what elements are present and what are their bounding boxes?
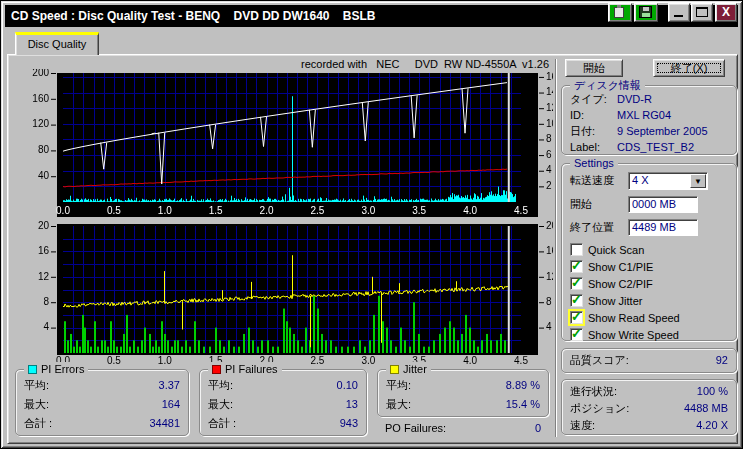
window-title: CD Speed : Disc Quality Test - BENQ DVD … — [11, 5, 376, 27]
disc-type-value: DVD-R — [617, 91, 652, 108]
checkbox-show-c2-pif[interactable]: ✓ Show C2/PIF — [570, 276, 653, 291]
checkbox-icon: ✓ — [570, 311, 583, 324]
disc-type-label: タイプ: — [570, 91, 607, 108]
focus-rect — [657, 63, 721, 73]
stat-row: 平均:0.10 — [200, 376, 366, 395]
clipboard-icon — [614, 7, 624, 18]
position-row: ポジション:4488 MB — [562, 400, 736, 417]
maximize-icon — [696, 7, 708, 17]
progress-box: 進行状況:100 % ポジション:4488 MB 速度:4.20 X — [561, 379, 737, 435]
copy-button[interactable] — [608, 3, 632, 22]
speed-row: 速度:4.20 X — [562, 417, 736, 434]
jitter-legend-icon — [390, 365, 399, 374]
settings-box: Settings 転送速度 4 X ▼ 開始 0000 MB 終了位置 4489… — [561, 163, 737, 341]
end-pos-label: 終了位置 — [570, 219, 614, 236]
chevron-down-icon[interactable]: ▼ — [690, 174, 706, 188]
pi-failures-legend-icon — [212, 365, 221, 374]
end-pos-field[interactable]: 4489 MB — [628, 219, 698, 236]
panel-separator — [555, 59, 557, 437]
po-failures-label: PO Failures: — [385, 422, 446, 434]
checkbox-show-read-speed[interactable]: ✓ Show Read Speed — [570, 310, 680, 325]
quality-score-box: 品質スコア: 92 — [561, 348, 737, 373]
floppy-save-icon — [639, 6, 652, 18]
pi-failures-title: PI Failures — [225, 362, 278, 376]
stat-row: 合計 :34481 — [16, 414, 188, 433]
checkbox-show-c1-pie[interactable]: ✓ Show C1/PIE — [570, 259, 653, 274]
pi-errors-title: PI Errors — [41, 362, 84, 376]
po-failures-value: 0 — [535, 422, 541, 434]
checkbox-icon: ✓ — [570, 328, 583, 341]
app-window: CD Speed : Disc Quality Test - BENQ DVD … — [0, 0, 743, 449]
pi-errors-legend-icon — [28, 365, 37, 374]
disc-info-box: ディスク情報 タイプ:DVD-R ID:MXL RG04 日付:9 Septem… — [561, 85, 737, 155]
tab-label: Disc Quality — [28, 38, 87, 50]
disc-id-value: MXL RG04 — [617, 107, 671, 124]
start-pos-label: 開始 — [570, 196, 592, 213]
checkbox-show-jitter[interactable]: ✓ Show Jitter — [570, 293, 642, 308]
stat-row: 平均:8.89 % — [378, 376, 548, 395]
speed-combobox[interactable]: 4 X ▼ — [628, 172, 708, 190]
progress-row: 進行状況:100 % — [562, 383, 736, 400]
disc-label-label: Label: — [570, 139, 600, 156]
exit-button[interactable]: 終了(X) — [653, 59, 725, 77]
tab-disc-quality[interactable]: Disc Quality — [15, 32, 99, 55]
pi-errors-box: PI Errors 平均:3.37 最大:164 合計 :34481 — [15, 369, 189, 436]
close-button[interactable]: X — [715, 3, 737, 22]
checkbox-icon: ✓ — [570, 260, 583, 273]
speed-label: 転送速度 — [570, 172, 614, 189]
disc-date-value: 9 September 2005 — [617, 123, 708, 140]
settings-title: Settings — [570, 156, 618, 170]
quality-charts-canvas — [25, 69, 553, 367]
jitter-title: Jitter — [403, 362, 427, 376]
start-button[interactable]: 開始 — [565, 59, 623, 77]
disc-info-title: ディスク情報 — [570, 78, 645, 92]
minimize-button[interactable] — [668, 3, 690, 22]
checkbox-show-write-speed[interactable]: ✓ Show Write Speed — [570, 327, 679, 342]
stat-row: 最大:164 — [16, 395, 188, 414]
start-pos-field[interactable]: 0000 MB — [628, 196, 698, 213]
stat-row: 平均:3.37 — [16, 376, 188, 395]
stat-row: 最大:15.4 % — [378, 395, 548, 414]
stat-row: 最大:13 — [200, 395, 366, 414]
disc-id-label: ID: — [570, 107, 584, 124]
disc-date-label: 日付: — [570, 123, 595, 140]
checkbox-icon: ✓ — [570, 277, 583, 290]
pi-failures-box: PI Failures 平均:0.10 最大:13 合計 :943 — [199, 369, 367, 436]
close-icon: X — [716, 4, 736, 21]
maximize-button[interactable] — [691, 3, 713, 22]
checkbox-icon: ✓ — [570, 294, 583, 307]
checkbox-quick-scan[interactable]: ✓ Quick Scan — [570, 242, 644, 257]
disc-label-value: CDS_TEST_B2 — [617, 139, 694, 156]
jitter-box: Jitter 平均:8.89 % 最大:15.4 % — [377, 369, 549, 417]
stat-row: 合計 :943 — [200, 414, 366, 433]
quality-score-label: 品質スコア: — [570, 349, 629, 372]
po-failures-row: PO Failures: 0 — [385, 422, 541, 434]
quality-score-value: 92 — [716, 349, 728, 372]
minimize-icon — [674, 15, 683, 17]
save-button[interactable] — [634, 3, 658, 22]
checkbox-icon: ✓ — [570, 243, 583, 256]
